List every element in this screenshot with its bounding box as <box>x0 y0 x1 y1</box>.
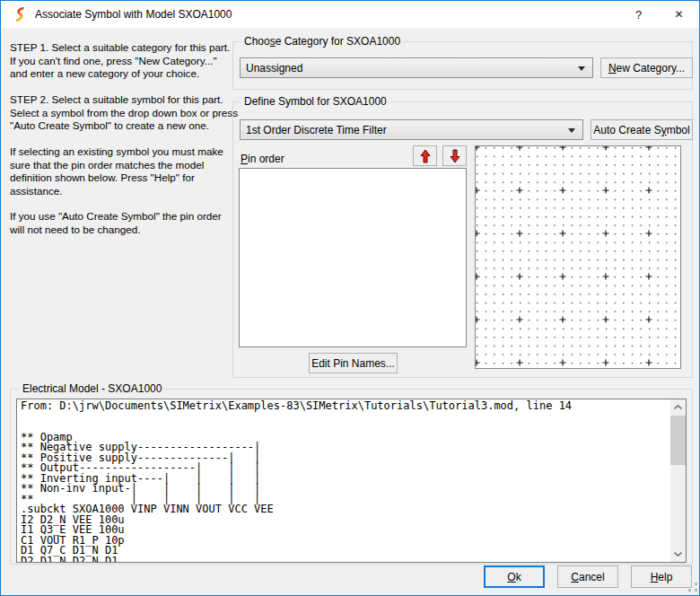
pin-order-listbox[interactable] <box>239 168 467 347</box>
chevron-down-icon <box>568 128 575 133</box>
new-category-button[interactable]: New Category... <box>600 57 693 78</box>
edit-pin-names-button-label: Edit Pin Names... <box>311 357 395 370</box>
instruction-step2: STEP 2. Select a suitable symbol for thi… <box>10 93 243 133</box>
window-help-button[interactable]: ? <box>618 1 659 28</box>
electrical-model-group-label: Electrical Model - SXOA1000 <box>19 382 165 395</box>
instruction-note1: If selecting an existing symbol you must… <box>10 145 243 197</box>
electrical-model-group: Electrical Model - SXOA1000 From: D:\jrw… <box>10 389 693 565</box>
help-button[interactable]: Help <box>631 565 692 588</box>
category-combobox[interactable]: Unassigned <box>240 57 593 78</box>
ok-button[interactable]: Ok <box>484 565 545 588</box>
cancel-button-label: Cancel <box>571 571 604 583</box>
scroll-up-button[interactable] <box>670 399 686 415</box>
chevron-up-icon <box>674 405 682 409</box>
move-pin-down-button[interactable] <box>442 145 467 166</box>
ok-button-label: Ok <box>507 571 521 583</box>
category-combobox-value: Unassigned <box>246 62 302 74</box>
instruction-note2: If you use "Auto Create Symbol" the pin … <box>10 210 243 236</box>
move-pin-up-button[interactable] <box>413 145 437 166</box>
define-symbol-group: Define Symbol for SXOA1000 1st Order Dis… <box>232 101 693 378</box>
titlebar: Associate Symbol with Model SXOA1000 ? ✕ <box>1 1 699 28</box>
vertical-scrollbar[interactable] <box>670 399 686 562</box>
auto-create-symbol-button-label: Auto Create Symbol <box>593 124 689 136</box>
chevron-down-icon <box>674 552 682 557</box>
auto-create-symbol-button[interactable]: Auto Create Symbol <box>591 119 693 140</box>
simetrix-logo-icon <box>13 7 27 22</box>
cancel-button[interactable]: Cancel <box>557 565 618 588</box>
choose-category-group: Choose Category for SXOA1000 Unassigned … <box>232 41 693 90</box>
model-text: From: D:\jrw\Documents\SIMetrix\Examples… <box>21 401 686 563</box>
down-arrow-icon <box>450 149 460 163</box>
up-arrow-icon <box>420 149 431 163</box>
choose-category-group-label: Choose Category for SXOA1000 <box>241 35 404 48</box>
new-category-button-label: New Category... <box>608 62 685 74</box>
scrollbar-thumb[interactable] <box>670 416 686 465</box>
edit-pin-names-button[interactable]: Edit Pin Names... <box>309 353 398 373</box>
scroll-down-button[interactable] <box>670 547 686 562</box>
help-button-label: Help <box>651 571 673 583</box>
close-icon: ✕ <box>674 8 683 21</box>
pin-order-label: Pin order <box>241 153 284 165</box>
symbol-grid <box>476 146 680 368</box>
close-button[interactable]: ✕ <box>659 1 699 28</box>
instruction-step1: STEP 1. Select a suitable category for t… <box>10 41 243 81</box>
dialog-window: Associate Symbol with Model SXOA1000 ? ✕… <box>0 0 700 596</box>
symbol-preview-panel <box>475 145 681 369</box>
question-icon: ? <box>635 8 642 22</box>
symbol-combobox-value: 1st Order Discrete Time Filter <box>246 124 387 136</box>
model-text-area[interactable]: From: D:\jrw\Documents\SIMetrix\Examples… <box>16 399 687 563</box>
window-title: Associate Symbol with Model SXOA1000 <box>35 8 232 21</box>
symbol-combobox[interactable]: 1st Order Discrete Time Filter <box>240 119 583 140</box>
chevron-down-icon <box>578 66 585 71</box>
resize-grip[interactable] <box>688 589 691 592</box>
define-symbol-group-label: Define Symbol for SXOA1000 <box>241 95 390 108</box>
